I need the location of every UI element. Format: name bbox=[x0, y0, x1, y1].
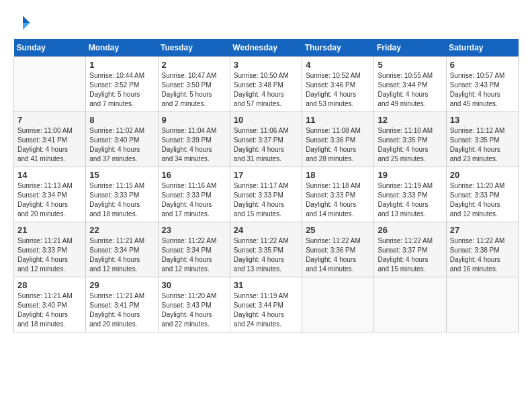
calendar-cell bbox=[14, 57, 86, 112]
cell-info: Sunrise: 11:22 AM Sunset: 3:37 PM Daylig… bbox=[378, 236, 442, 274]
cell-info: Sunrise: 11:20 AM Sunset: 3:43 PM Daylig… bbox=[162, 291, 226, 329]
calendar-table: SundayMondayTuesdayWednesdayThursdayFrid… bbox=[13, 39, 519, 332]
calendar-week-row: 14Sunrise: 11:13 AM Sunset: 3:34 PM Dayl… bbox=[14, 167, 519, 222]
calendar-cell bbox=[302, 277, 374, 332]
cell-info: Sunrise: 11:22 AM Sunset: 3:36 PM Daylig… bbox=[306, 236, 370, 274]
day-number: 18 bbox=[306, 170, 370, 180]
calendar-week-row: 1Sunrise: 10:44 AM Sunset: 3:52 PM Dayli… bbox=[14, 57, 519, 112]
calendar-cell: 4Sunrise: 10:52 AM Sunset: 3:46 PM Dayli… bbox=[302, 57, 374, 112]
day-number: 15 bbox=[89, 170, 154, 180]
cell-info: Sunrise: 10:52 AM Sunset: 3:46 PM Daylig… bbox=[306, 71, 370, 109]
cell-info: Sunrise: 11:21 AM Sunset: 3:34 PM Daylig… bbox=[89, 236, 154, 274]
calendar-cell: 18Sunrise: 11:18 AM Sunset: 3:33 PM Dayl… bbox=[302, 167, 374, 222]
cell-info: Sunrise: 10:50 AM Sunset: 3:48 PM Daylig… bbox=[234, 71, 298, 109]
calendar-cell: 24Sunrise: 11:22 AM Sunset: 3:35 PM Dayl… bbox=[230, 222, 302, 277]
calendar-cell: 14Sunrise: 11:13 AM Sunset: 3:34 PM Dayl… bbox=[14, 167, 86, 222]
cell-info: Sunrise: 11:21 AM Sunset: 3:33 PM Daylig… bbox=[17, 236, 82, 274]
calendar-cell: 2Sunrise: 10:47 AM Sunset: 3:50 PM Dayli… bbox=[158, 57, 230, 112]
calendar-cell: 26Sunrise: 11:22 AM Sunset: 3:37 PM Dayl… bbox=[374, 222, 446, 277]
cell-info: Sunrise: 11:22 AM Sunset: 3:38 PM Daylig… bbox=[450, 236, 515, 274]
day-of-week-header: Tuesday bbox=[158, 39, 230, 57]
calendar-week-row: 28Sunrise: 11:21 AM Sunset: 3:40 PM Dayl… bbox=[14, 277, 519, 332]
cell-info: Sunrise: 11:22 AM Sunset: 3:34 PM Daylig… bbox=[162, 236, 226, 274]
cell-info: Sunrise: 11:00 AM Sunset: 3:41 PM Daylig… bbox=[17, 126, 82, 164]
cell-info: Sunrise: 11:19 AM Sunset: 3:44 PM Daylig… bbox=[234, 291, 298, 329]
calendar-cell: 5Sunrise: 10:55 AM Sunset: 3:44 PM Dayli… bbox=[374, 57, 446, 112]
day-number: 21 bbox=[17, 225, 82, 235]
cell-info: Sunrise: 11:16 AM Sunset: 3:33 PM Daylig… bbox=[162, 181, 226, 219]
day-of-week-header: Wednesday bbox=[230, 39, 302, 57]
day-number: 19 bbox=[378, 170, 442, 180]
cell-info: Sunrise: 11:20 AM Sunset: 3:33 PM Daylig… bbox=[450, 181, 515, 219]
calendar-cell: 30Sunrise: 11:20 AM Sunset: 3:43 PM Dayl… bbox=[158, 277, 230, 332]
day-number: 9 bbox=[162, 115, 226, 125]
cell-info: Sunrise: 10:55 AM Sunset: 3:44 PM Daylig… bbox=[378, 71, 442, 109]
calendar-cell: 6Sunrise: 10:57 AM Sunset: 3:43 PM Dayli… bbox=[446, 57, 518, 112]
day-number: 26 bbox=[378, 225, 442, 235]
calendar-cell: 13Sunrise: 11:12 AM Sunset: 3:35 PM Dayl… bbox=[446, 112, 518, 167]
calendar-cell: 7Sunrise: 11:00 AM Sunset: 3:41 PM Dayli… bbox=[14, 112, 86, 167]
cell-info: Sunrise: 10:57 AM Sunset: 3:43 PM Daylig… bbox=[450, 71, 515, 109]
logo-icon bbox=[13, 13, 32, 32]
day-number: 8 bbox=[89, 115, 154, 125]
day-number: 3 bbox=[234, 60, 298, 70]
calendar-cell: 28Sunrise: 11:21 AM Sunset: 3:40 PM Dayl… bbox=[14, 277, 86, 332]
cell-info: Sunrise: 11:08 AM Sunset: 3:36 PM Daylig… bbox=[306, 126, 370, 164]
calendar-week-row: 21Sunrise: 11:21 AM Sunset: 3:33 PM Dayl… bbox=[14, 222, 519, 277]
day-number: 22 bbox=[89, 225, 154, 235]
cell-info: Sunrise: 11:19 AM Sunset: 3:33 PM Daylig… bbox=[378, 181, 442, 219]
cell-info: Sunrise: 11:10 AM Sunset: 3:35 PM Daylig… bbox=[378, 126, 442, 164]
cell-info: Sunrise: 10:44 AM Sunset: 3:52 PM Daylig… bbox=[89, 71, 154, 109]
calendar-cell: 29Sunrise: 11:21 AM Sunset: 3:41 PM Dayl… bbox=[86, 277, 158, 332]
calendar-week-row: 7Sunrise: 11:00 AM Sunset: 3:41 PM Dayli… bbox=[14, 112, 519, 167]
calendar-cell: 1Sunrise: 10:44 AM Sunset: 3:52 PM Dayli… bbox=[86, 57, 158, 112]
svg-marker-1 bbox=[23, 23, 30, 30]
cell-info: Sunrise: 11:21 AM Sunset: 3:40 PM Daylig… bbox=[17, 291, 82, 329]
cell-info: Sunrise: 11:12 AM Sunset: 3:35 PM Daylig… bbox=[450, 126, 515, 164]
day-number: 23 bbox=[162, 225, 226, 235]
calendar-cell: 10Sunrise: 11:06 AM Sunset: 3:37 PM Dayl… bbox=[230, 112, 302, 167]
calendar-cell: 9Sunrise: 11:04 AM Sunset: 3:39 PM Dayli… bbox=[158, 112, 230, 167]
day-of-week-header: Monday bbox=[86, 39, 158, 57]
day-number: 28 bbox=[17, 280, 82, 290]
day-number: 16 bbox=[162, 170, 226, 180]
calendar-cell: 3Sunrise: 10:50 AM Sunset: 3:48 PM Dayli… bbox=[230, 57, 302, 112]
day-number: 25 bbox=[306, 225, 370, 235]
calendar-cell: 31Sunrise: 11:19 AM Sunset: 3:44 PM Dayl… bbox=[230, 277, 302, 332]
cell-info: Sunrise: 11:21 AM Sunset: 3:41 PM Daylig… bbox=[89, 291, 154, 329]
day-number: 24 bbox=[234, 225, 298, 235]
calendar-cell: 15Sunrise: 11:15 AM Sunset: 3:33 PM Dayl… bbox=[86, 167, 158, 222]
cell-info: Sunrise: 11:04 AM Sunset: 3:39 PM Daylig… bbox=[162, 126, 226, 164]
day-number: 30 bbox=[162, 280, 226, 290]
cell-info: Sunrise: 11:18 AM Sunset: 3:33 PM Daylig… bbox=[306, 181, 370, 219]
calendar-cell: 22Sunrise: 11:21 AM Sunset: 3:34 PM Dayl… bbox=[86, 222, 158, 277]
cell-info: Sunrise: 11:13 AM Sunset: 3:34 PM Daylig… bbox=[17, 181, 82, 219]
day-number: 10 bbox=[234, 115, 298, 125]
day-number: 20 bbox=[450, 170, 515, 180]
calendar-cell bbox=[446, 277, 518, 332]
day-number: 11 bbox=[306, 115, 370, 125]
logo bbox=[13, 13, 35, 32]
calendar-cell: 25Sunrise: 11:22 AM Sunset: 3:36 PM Dayl… bbox=[302, 222, 374, 277]
day-number: 5 bbox=[378, 60, 442, 70]
day-number: 2 bbox=[162, 60, 226, 70]
cell-info: Sunrise: 11:06 AM Sunset: 3:37 PM Daylig… bbox=[234, 126, 298, 164]
calendar-header-row: SundayMondayTuesdayWednesdayThursdayFrid… bbox=[14, 39, 519, 57]
day-number: 31 bbox=[234, 280, 298, 290]
day-number: 12 bbox=[378, 115, 442, 125]
calendar-cell: 11Sunrise: 11:08 AM Sunset: 3:36 PM Dayl… bbox=[302, 112, 374, 167]
day-number: 17 bbox=[234, 170, 298, 180]
day-number: 7 bbox=[17, 115, 82, 125]
day-of-week-header: Thursday bbox=[302, 39, 374, 57]
calendar-cell: 16Sunrise: 11:16 AM Sunset: 3:33 PM Dayl… bbox=[158, 167, 230, 222]
day-number: 27 bbox=[450, 225, 515, 235]
day-of-week-header: Saturday bbox=[446, 39, 518, 57]
calendar-cell: 12Sunrise: 11:10 AM Sunset: 3:35 PM Dayl… bbox=[374, 112, 446, 167]
day-number: 6 bbox=[450, 60, 515, 70]
calendar-cell: 21Sunrise: 11:21 AM Sunset: 3:33 PM Dayl… bbox=[14, 222, 86, 277]
day-of-week-header: Friday bbox=[374, 39, 446, 57]
calendar-cell: 19Sunrise: 11:19 AM Sunset: 3:33 PM Dayl… bbox=[374, 167, 446, 222]
page-header bbox=[13, 13, 519, 32]
calendar-cell: 8Sunrise: 11:02 AM Sunset: 3:40 PM Dayli… bbox=[86, 112, 158, 167]
day-number: 1 bbox=[89, 60, 154, 70]
